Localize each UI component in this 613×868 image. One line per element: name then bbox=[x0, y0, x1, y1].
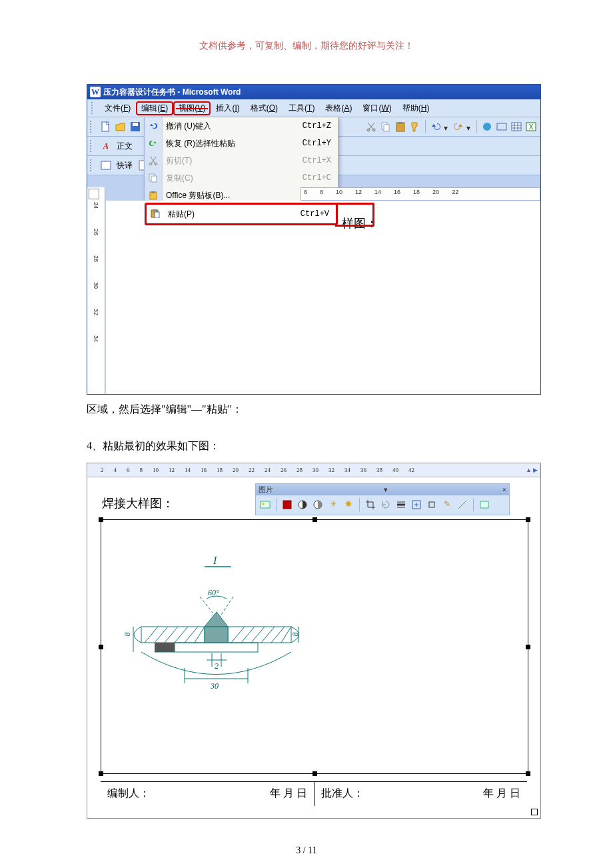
hyperlink-icon[interactable] bbox=[480, 120, 494, 133]
svg-rect-6 bbox=[384, 125, 389, 131]
resize-handle[interactable] bbox=[312, 517, 317, 522]
svg-rect-34 bbox=[429, 502, 434, 507]
menu-view[interactable]: 视图(V) bbox=[173, 101, 211, 115]
excel-icon[interactable]: X bbox=[524, 120, 538, 133]
close-icon[interactable]: × bbox=[502, 485, 506, 493]
pasted-picture[interactable]: I 60° 2 30 8 8 bbox=[101, 519, 528, 774]
svg-rect-20 bbox=[151, 176, 157, 182]
svg-point-29 bbox=[262, 503, 265, 505]
reset-picture-icon[interactable] bbox=[478, 498, 491, 511]
less-contrast-icon[interactable] bbox=[311, 498, 324, 511]
svg-line-38 bbox=[220, 597, 233, 617]
insert-picture-icon[interactable] bbox=[259, 498, 272, 511]
color-icon[interactable] bbox=[281, 498, 294, 511]
word-screenshot-edit-menu: W 压力容器设计任务书 - Microsoft Word 文件(F) 编辑(E)… bbox=[87, 84, 541, 395]
redo-icon bbox=[147, 137, 159, 149]
menu-edit[interactable]: 编辑(E) bbox=[136, 101, 173, 115]
transparent-icon[interactable] bbox=[456, 498, 469, 511]
svg-line-50 bbox=[261, 627, 275, 643]
insert-table-icon[interactable] bbox=[510, 120, 523, 133]
dim-label: 30 bbox=[211, 681, 219, 691]
ruler-marker-icon: ▶ bbox=[533, 467, 538, 473]
horizontal-ruler: 24681012141618202224262830323436384042 ▲… bbox=[87, 463, 540, 477]
menu-table[interactable]: 表格(A) bbox=[320, 101, 357, 115]
horizontal-ruler: 6810121416182022 bbox=[301, 187, 540, 201]
quick-translate-label[interactable]: 快译 bbox=[114, 160, 135, 171]
svg-rect-2 bbox=[133, 123, 138, 126]
menu-help[interactable]: 帮助(H) bbox=[397, 101, 435, 115]
menubar: 文件(F) 编辑(E) 视图(V) 插入(I) 格式(O) 工具(T) 表格(A… bbox=[87, 99, 540, 117]
text-wrap-icon[interactable] bbox=[425, 498, 438, 511]
cut-icon bbox=[147, 155, 159, 167]
save-icon[interactable] bbox=[129, 120, 142, 133]
header-note: 文档供参考，可复制、编制，期待您的好评与关注！ bbox=[87, 40, 526, 52]
svg-point-9 bbox=[483, 123, 491, 131]
edit-menu-item[interactable]: 撤消 (U)键入Ctrl+Z bbox=[145, 117, 338, 135]
section-heading: 焊接大样图： bbox=[102, 495, 174, 511]
dropdown-arrow-icon[interactable]: ▾ bbox=[444, 123, 450, 130]
style-a-icon[interactable]: A bbox=[99, 139, 113, 153]
rotate-icon[interactable] bbox=[379, 498, 392, 511]
resize-handle[interactable] bbox=[312, 771, 317, 776]
undo-icon[interactable] bbox=[429, 120, 442, 133]
ruler-corner-icon bbox=[89, 189, 99, 199]
compiled-by-label: 编制人： bbox=[107, 787, 150, 801]
copy-icon bbox=[147, 172, 159, 184]
svg-line-43 bbox=[165, 627, 178, 643]
menu-format[interactable]: 格式(O) bbox=[245, 101, 283, 115]
svg-line-41 bbox=[145, 627, 158, 643]
edit-menu-item[interactable]: 粘贴(P)Ctrl+V bbox=[145, 203, 338, 225]
menu-tools[interactable]: 工具(T) bbox=[283, 101, 320, 115]
svg-rect-11 bbox=[512, 123, 521, 131]
dropdown-arrow-icon[interactable]: ▾ bbox=[466, 123, 473, 130]
resize-handle[interactable] bbox=[99, 645, 103, 649]
new-doc-icon[interactable] bbox=[99, 120, 113, 133]
paste-icon bbox=[149, 207, 161, 219]
resize-handle[interactable] bbox=[99, 771, 103, 776]
clipboard-icon bbox=[147, 189, 159, 201]
svg-point-18 bbox=[155, 163, 157, 165]
menu-insert[interactable]: 插入(I) bbox=[211, 101, 245, 115]
menu-file[interactable]: 文件(F) bbox=[99, 101, 136, 115]
dim-label: 2 bbox=[215, 661, 219, 671]
ruler-marker-icon: ▲ bbox=[526, 467, 532, 473]
more-contrast-icon[interactable] bbox=[296, 498, 309, 511]
crop-icon[interactable] bbox=[364, 498, 377, 511]
resize-handle[interactable] bbox=[526, 771, 530, 776]
svg-line-37 bbox=[200, 597, 216, 617]
dict-icon[interactable] bbox=[99, 159, 113, 172]
cut-icon[interactable] bbox=[364, 120, 378, 133]
resize-handle[interactable] bbox=[99, 517, 103, 522]
open-icon[interactable] bbox=[114, 120, 127, 133]
menu-window[interactable]: 窗口(W) bbox=[357, 101, 396, 115]
svg-rect-53 bbox=[175, 643, 258, 652]
copy-icon[interactable] bbox=[379, 120, 392, 133]
tables-borders-icon[interactable] bbox=[495, 120, 508, 133]
line-style-icon[interactable] bbox=[394, 498, 408, 511]
undo-icon bbox=[147, 120, 159, 132]
dropdown-arrow-icon[interactable]: ▾ bbox=[384, 485, 388, 494]
redo-icon[interactable] bbox=[452, 120, 465, 133]
style-selector[interactable]: 正文 bbox=[114, 141, 135, 152]
less-bright-icon[interactable]: ✺ bbox=[342, 498, 355, 511]
svg-rect-35 bbox=[480, 501, 488, 508]
edit-menu-item[interactable]: 恢复 (R)选择性粘贴Ctrl+Y bbox=[145, 135, 338, 152]
format-object-icon[interactable]: ✎ bbox=[440, 498, 454, 511]
more-bright-icon[interactable]: ☀ bbox=[326, 498, 340, 511]
svg-rect-30 bbox=[283, 501, 291, 509]
edit-menu-item: 剪切(T)Ctrl+X bbox=[145, 152, 338, 169]
svg-rect-22 bbox=[151, 191, 155, 193]
format-painter-icon[interactable] bbox=[408, 120, 422, 133]
paste-icon[interactable] bbox=[394, 120, 407, 133]
resize-handle[interactable] bbox=[526, 645, 530, 649]
svg-rect-8 bbox=[398, 122, 402, 124]
svg-rect-39 bbox=[141, 627, 205, 643]
compress-icon[interactable] bbox=[410, 498, 423, 511]
svg-rect-14 bbox=[101, 161, 111, 169]
caption-1: 区域，然后选择"编辑"—"粘贴"： bbox=[87, 400, 526, 419]
svg-line-49 bbox=[251, 627, 265, 643]
date-label: 年 月 日 bbox=[483, 787, 520, 801]
picture-toolbar: 图片 ▾ × ☀ ✺ bbox=[255, 483, 510, 515]
titlebar: W 压力容器设计任务书 - Microsoft Word bbox=[87, 85, 540, 99]
resize-handle[interactable] bbox=[526, 517, 530, 522]
